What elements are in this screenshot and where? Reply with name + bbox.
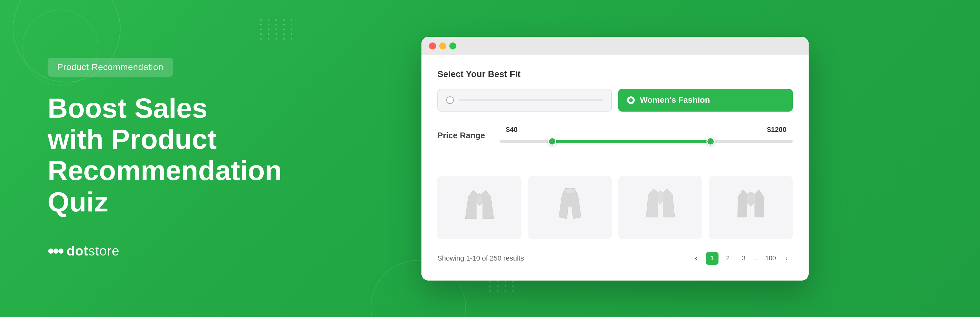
product-card-2[interactable] [528, 176, 612, 239]
pagination-controls: ‹ 1 2 3 ... 100 › [690, 252, 793, 265]
product-card-1[interactable] [438, 176, 522, 239]
browser-btn-minimize[interactable] [439, 43, 446, 49]
product-card-4[interactable] [709, 176, 793, 239]
radio-option-womens-fashion[interactable]: Women's Fashion [618, 89, 793, 112]
pagination-page-3[interactable]: 3 [738, 252, 750, 265]
radio-circle-selected [627, 97, 635, 104]
product-image-1 [464, 187, 495, 228]
product-image-3 [644, 187, 676, 228]
price-max-label: $1200 [767, 125, 786, 134]
browser-window: Select Your Best Fit Women's Fashion Pri… [422, 37, 809, 281]
slider-thumb-right[interactable] [706, 137, 715, 146]
pagination-page-100[interactable]: 100 [764, 252, 777, 265]
brand-icon [48, 243, 64, 259]
slider-fill [552, 140, 711, 143]
product-grid [438, 176, 793, 239]
price-slider[interactable]: $40 $1200 [500, 125, 793, 146]
radio-label-womens-fashion: Women's Fashion [640, 95, 710, 105]
banner: Product Recommendation Boost Sales with … [0, 0, 980, 317]
radio-group: Women's Fashion [438, 89, 793, 112]
price-min-label: $40 [506, 125, 518, 134]
browser-btn-close[interactable] [429, 43, 436, 49]
browser-titlebar [422, 37, 809, 55]
pagination-page-2[interactable]: 2 [722, 252, 734, 265]
section-title: Select Your Best Fit [438, 69, 793, 79]
slider-track [500, 140, 793, 143]
pagination-prev[interactable]: ‹ [690, 252, 703, 265]
svg-point-0 [48, 249, 53, 254]
browser-btn-maximize[interactable] [449, 43, 457, 49]
slider-labels: $40 $1200 [500, 125, 793, 134]
left-content: Product Recommendation Boost Sales with … [0, 58, 282, 259]
results-text: Showing 1-10 of 250 results [438, 254, 524, 263]
badge-label: Product Recommendation [48, 58, 173, 77]
price-range-row: Price Range $40 $1200 [438, 125, 793, 160]
radio-circle-unselected [446, 97, 454, 104]
headline: Boost Sales with Product Recommendation … [48, 93, 282, 217]
radio-line [459, 100, 603, 100]
product-image-4 [735, 187, 767, 228]
brand-name: dotstore [67, 244, 119, 259]
svg-point-2 [58, 249, 64, 254]
product-image-2 [554, 187, 586, 228]
browser-content: Select Your Best Fit Women's Fashion Pri… [422, 55, 809, 281]
right-content: Select Your Best Fit Women's Fashion Pri… [282, 37, 980, 281]
brand-logo: dotstore [48, 243, 282, 259]
svg-point-5 [565, 188, 575, 193]
slider-thumb-left[interactable] [548, 137, 556, 146]
radio-option-unselected[interactable] [438, 89, 612, 112]
pagination-ellipsis: ... [753, 255, 761, 262]
pagination-row: Showing 1-10 of 250 results ‹ 1 2 3 ... … [438, 252, 793, 265]
product-card-3[interactable] [618, 176, 702, 239]
svg-point-1 [53, 249, 58, 254]
pagination-next[interactable]: › [780, 252, 793, 265]
pagination-page-1[interactable]: 1 [706, 252, 719, 265]
slider-track-wrap[interactable] [500, 137, 793, 146]
price-range-label: Price Range [438, 131, 488, 140]
